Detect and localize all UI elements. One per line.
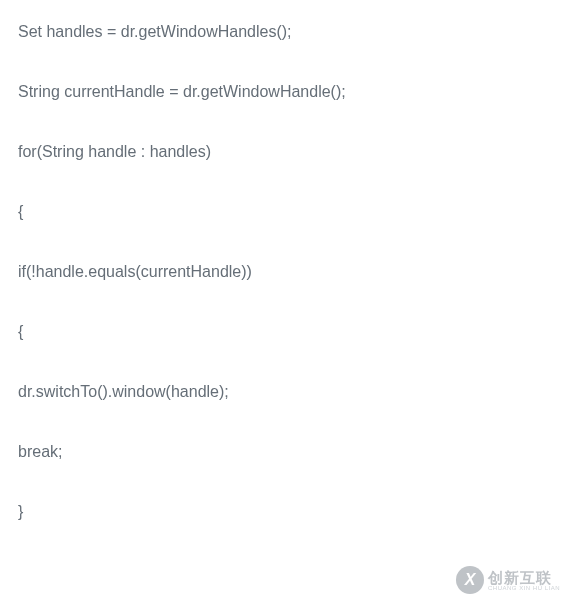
code-line: String currentHandle = dr.getWindowHandl… (18, 80, 548, 104)
code-line: Set handles = dr.getWindowHandles(); (18, 20, 548, 44)
code-line: { (18, 320, 548, 344)
code-line: { (18, 200, 548, 224)
watermark-text: 创新互联 CHUANG XIN HU LIAN (488, 570, 560, 591)
code-line: if(!handle.equals(currentHandle)) (18, 260, 548, 284)
code-container: Set handles = dr.getWindowHandles(); Str… (0, 0, 566, 580)
watermark-main-text: 创新互联 (488, 570, 560, 585)
code-line: } (18, 500, 548, 524)
watermark-logo-icon: X (456, 566, 484, 594)
code-line: dr.switchTo().window(handle); (18, 380, 548, 404)
code-line: break; (18, 440, 548, 464)
code-line: for(String handle : handles) (18, 140, 548, 164)
watermark-logo-letter: X (465, 571, 476, 589)
watermark-sub-text: CHUANG XIN HU LIAN (488, 585, 560, 591)
watermark: X 创新互联 CHUANG XIN HU LIAN (456, 566, 560, 594)
